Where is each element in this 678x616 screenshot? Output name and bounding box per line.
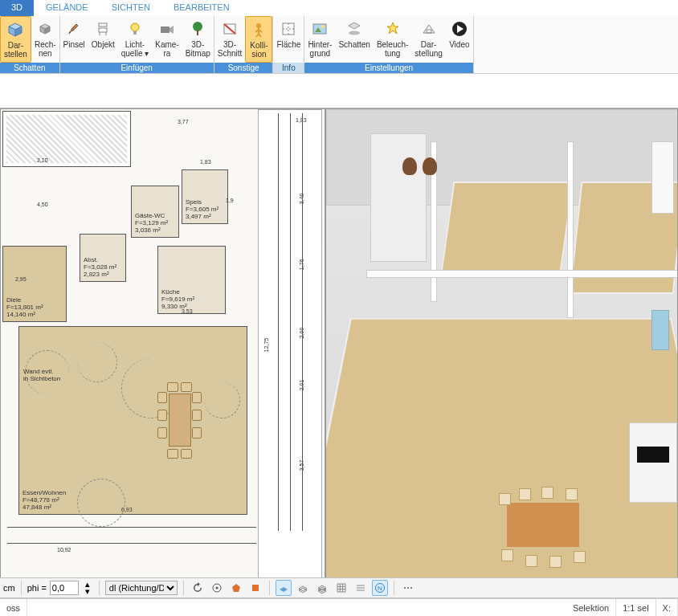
room-abst[interactable]: Abst. F=3,028 m² 2,823 m² bbox=[80, 234, 126, 282]
svg-point-39 bbox=[410, 587, 412, 589]
svg-point-19 bbox=[321, 25, 325, 28]
ribbon-label: Licht- quelle ▾ bbox=[121, 40, 149, 58]
dim: 2,10 bbox=[37, 157, 48, 163]
ribbon-beleucht[interactable]: Beleuch- tung bbox=[374, 16, 411, 63]
ribbon-video[interactable]: Video bbox=[446, 16, 473, 63]
north-icon[interactable]: N bbox=[372, 580, 388, 596]
bg-icon bbox=[310, 19, 329, 39]
ribbon-kamera[interactable]: Kame- ra bbox=[152, 16, 182, 63]
ribbon-darstellen[interactable]: Dar- stellen bbox=[0, 16, 31, 63]
cube-icon bbox=[6, 20, 25, 39]
ribbon-group-label: Schatten bbox=[0, 63, 59, 73]
svg-point-37 bbox=[404, 587, 406, 589]
ribbon-label: Rech- nen bbox=[35, 40, 56, 58]
ribbon-label: Pinsel bbox=[63, 40, 85, 49]
ribbon-label: Kame- ra bbox=[155, 40, 178, 58]
refresh-icon[interactable] bbox=[190, 580, 206, 596]
svg-marker-34 bbox=[318, 589, 326, 594]
ribbon-pinsel[interactable]: Pinsel bbox=[60, 16, 88, 63]
svg-rect-6 bbox=[99, 23, 107, 27]
menu-dots-icon[interactable] bbox=[400, 580, 416, 596]
dim: 1,9 bbox=[226, 198, 234, 203]
pentagon-icon[interactable] bbox=[228, 580, 244, 596]
bulb-icon bbox=[125, 19, 145, 39]
svg-rect-7 bbox=[99, 28, 107, 32]
tab-3d[interactable]: 3D bbox=[0, 0, 35, 16]
room-speis[interactable]: Speis F=3,605 m² 3,497 m² bbox=[182, 169, 228, 224]
ribbon-objekt[interactable]: Objekt bbox=[88, 16, 118, 63]
ribbon-label: Video bbox=[449, 40, 469, 49]
dim: 6,93 bbox=[121, 507, 133, 512]
dim-top: 3,77 bbox=[178, 119, 189, 124]
cube-small-icon bbox=[35, 19, 55, 39]
ribbon-bitmap[interactable]: 3D- Bitmap bbox=[182, 16, 214, 63]
room-label: Diele F=13,801 m² 14,140 m² bbox=[6, 296, 43, 318]
square-icon[interactable] bbox=[247, 580, 263, 596]
light-icon bbox=[383, 19, 402, 39]
room-gstewc[interactable]: Gäste-WC F=3,129 m² 3,036 m² bbox=[131, 186, 179, 238]
svg-point-12 bbox=[193, 22, 202, 31]
svg-point-21 bbox=[349, 31, 360, 35]
svg-text:N: N bbox=[378, 585, 382, 592]
ribbon-rechnen[interactable]: Rech- nen bbox=[31, 16, 59, 63]
chair-icon bbox=[93, 19, 112, 39]
slice-icon bbox=[220, 19, 239, 39]
floorplan-pane[interactable]: Diele F=13,801 m² 14,140 m²Speis F=3,605… bbox=[0, 108, 325, 596]
tab-gelaende[interactable]: GELÄNDE bbox=[35, 0, 100, 16]
ribbon-label: Hinter- grund bbox=[308, 40, 332, 58]
ribbon-label: Objekt bbox=[92, 40, 115, 49]
tab-sichten[interactable]: SICHTEN bbox=[100, 0, 162, 16]
status-ratio: 1:1 sel bbox=[616, 599, 656, 616]
room-label: Abst. F=3,028 m² 2,823 m² bbox=[84, 256, 116, 278]
ribbon-label: Beleuch- tung bbox=[377, 40, 408, 58]
ribbon-label: Fläche bbox=[276, 40, 300, 49]
phi-label: phi = bbox=[27, 583, 47, 593]
3d-canvas[interactable] bbox=[326, 109, 677, 595]
room-kche[interactable]: Küche F=9,619 m² 9,330 m² bbox=[157, 246, 226, 314]
lines-icon[interactable] bbox=[353, 580, 369, 596]
mode-select[interactable]: dl (Richtung/Di bbox=[105, 581, 178, 595]
ribbon-schatten2[interactable]: Schatten bbox=[335, 16, 373, 63]
svg-marker-27 bbox=[232, 584, 240, 592]
workspace: Diele F=13,801 m² 14,140 m²Speis F=3,605… bbox=[0, 108, 678, 596]
grid-icon[interactable] bbox=[333, 580, 349, 596]
dim: 4,50 bbox=[37, 202, 48, 207]
floorplan-canvas[interactable]: Diele F=13,801 m² 14,140 m²Speis F=3,605… bbox=[1, 109, 325, 595]
ribbon-group-label: Einstellungen bbox=[304, 63, 472, 73]
ribbon-group-label: Einfügen bbox=[60, 63, 214, 73]
status-left: oss bbox=[0, 599, 27, 616]
phi-down[interactable]: ▾ bbox=[82, 588, 93, 595]
dim: 2,95 bbox=[15, 276, 27, 282]
svg-marker-29 bbox=[280, 587, 288, 592]
unit-label: cm bbox=[3, 583, 15, 593]
phi-input[interactable] bbox=[50, 581, 79, 595]
dim: 3,53 bbox=[182, 308, 193, 314]
ribbon-label: Schatten bbox=[338, 40, 370, 49]
tab-bearbeiten[interactable]: BEARBEITEN bbox=[162, 0, 242, 16]
3d-view-pane[interactable] bbox=[325, 108, 678, 596]
ribbon-label: 3D- Schnitt bbox=[218, 40, 243, 58]
svg-point-26 bbox=[215, 587, 218, 589]
ribbon-darstellung[interactable]: Dar- stellung bbox=[411, 16, 445, 63]
dim: 12,75 bbox=[263, 338, 269, 353]
wall-note: Wand evtl. in Sichtbeton bbox=[23, 368, 60, 382]
ribbon-licht[interactable]: Licht- quelle ▾ bbox=[118, 16, 152, 63]
room-label: Essen/Wohnen F=48,778 m² 47,848 m² bbox=[22, 489, 66, 511]
svg-point-38 bbox=[407, 587, 409, 589]
ribbon: Dar- stellenRech- nenSchattenPinselObjek… bbox=[0, 16, 678, 74]
room-label: Küche F=9,619 m² 9,330 m² bbox=[161, 288, 194, 310]
ribbon-label: Dar- stellung bbox=[415, 40, 442, 58]
ribbon-kollision[interactable]: Kolli- sion bbox=[245, 16, 272, 63]
layer-c-icon[interactable] bbox=[314, 580, 330, 596]
layer-b-icon[interactable] bbox=[295, 580, 311, 596]
room-diele[interactable]: Diele F=13,801 m² 14,140 m² bbox=[2, 246, 67, 322]
dim: 1,83 bbox=[200, 159, 211, 165]
layer-a-icon[interactable] bbox=[276, 580, 292, 596]
ribbon-flaeche[interactable]: Fläche bbox=[273, 16, 304, 63]
target-icon[interactable] bbox=[209, 580, 225, 596]
ribbon-schnitt[interactable]: 3D- Schnitt bbox=[214, 16, 246, 63]
brush-icon bbox=[64, 19, 84, 39]
ribbon-hintergrund[interactable]: Hinter- grund bbox=[304, 16, 335, 63]
svg-rect-17 bbox=[313, 24, 326, 34]
tree-icon bbox=[188, 19, 207, 39]
